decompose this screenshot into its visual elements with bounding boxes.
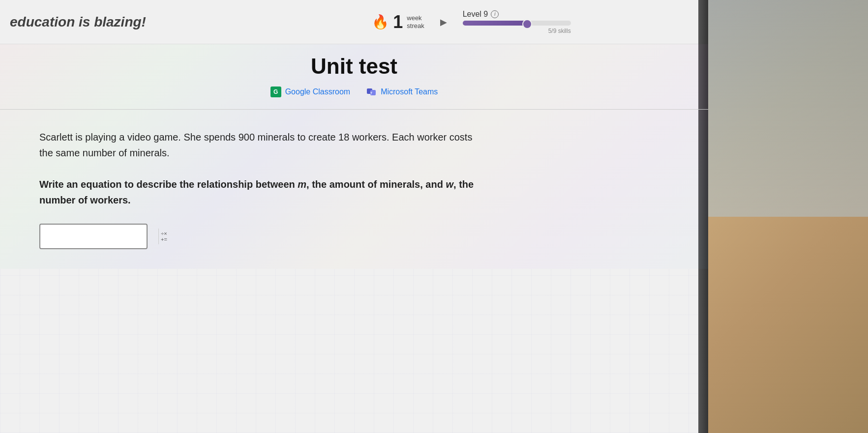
question-paragraph: Scarlett is playing a video game. She sp… bbox=[39, 129, 482, 161]
progress-bar-container bbox=[463, 21, 571, 26]
answer-input[interactable] bbox=[44, 231, 158, 242]
skills-label: 5/9 skills bbox=[463, 28, 571, 34]
flame-icon: 🔥 bbox=[372, 14, 389, 30]
variable-m: m bbox=[298, 179, 306, 190]
share-buttons: G Google Classroom T Microsoft Teams bbox=[39, 87, 669, 97]
main-content: Unit test G Google Classroom T Micro bbox=[0, 44, 708, 269]
content-inner: Unit test G Google Classroom T Micro bbox=[39, 54, 669, 249]
answer-area: ÷× += bbox=[39, 224, 669, 249]
header-center: 🔥 1 week streak ▶ Level 9 i 5/9 skills bbox=[273, 10, 570, 34]
chevron-right-icon[interactable]: ▶ bbox=[440, 17, 447, 28]
math-symbols-button[interactable]: ÷× += bbox=[158, 229, 169, 244]
google-classroom-button[interactable]: G Google Classroom bbox=[270, 87, 351, 97]
microsoft-teams-icon: T bbox=[366, 87, 377, 97]
level-section: Level 9 i 5/9 skills bbox=[463, 10, 571, 34]
svg-text:T: T bbox=[370, 91, 373, 95]
info-icon[interactable]: i bbox=[491, 10, 499, 18]
page-title: Unit test bbox=[39, 54, 669, 79]
instruction-bold-start: Write an equation to describe the relati… bbox=[39, 179, 298, 190]
streak-number: 1 bbox=[393, 12, 403, 32]
microsoft-teams-button[interactable]: T Microsoft Teams bbox=[366, 87, 438, 97]
room-background bbox=[708, 0, 868, 433]
google-classroom-label: Google Classroom bbox=[285, 87, 351, 96]
level-label: Level 9 bbox=[463, 10, 488, 19]
header: education is blazing! 🔥 1 week streak ▶ … bbox=[0, 0, 708, 44]
question-instruction: Write an equation to describe the relati… bbox=[39, 176, 482, 208]
math-symbols-top: ÷× bbox=[161, 231, 167, 236]
progress-bar-fill bbox=[463, 21, 530, 26]
divider bbox=[0, 109, 708, 110]
screen-bezel bbox=[698, 0, 708, 433]
streak-container: 🔥 1 week streak bbox=[372, 12, 424, 32]
microsoft-teams-label: Microsoft Teams bbox=[381, 87, 438, 96]
variable-w: w bbox=[446, 179, 453, 190]
instruction-mid: , the amount of minerals, and bbox=[306, 179, 446, 190]
google-classroom-icon: G bbox=[270, 87, 281, 97]
level-header: Level 9 i bbox=[463, 10, 571, 19]
math-symbols-bottom: += bbox=[161, 236, 167, 242]
answer-input-box: ÷× += bbox=[39, 224, 148, 249]
streak-label: week streak bbox=[407, 14, 424, 29]
tagline: education is blazing! bbox=[10, 14, 146, 30]
